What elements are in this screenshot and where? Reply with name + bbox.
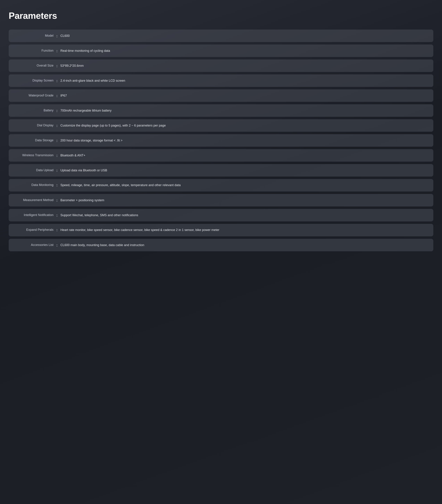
page-title: Parameters bbox=[9, 10, 433, 21]
parameters-table: Model:CL600Function:Real-time monitoring… bbox=[9, 30, 433, 251]
param-row-waterproof-grade: Waterproof Grade:IP67 bbox=[9, 89, 433, 102]
param-value-battery: 700mAh rechargeable lithium battery bbox=[60, 108, 428, 113]
param-value-function: Real-time monitoring of cycling data bbox=[60, 49, 428, 53]
param-row-accessories-list: Accessories List:CL600 main body, mounti… bbox=[9, 239, 433, 251]
param-label-data-monitoring: Data Monitoring bbox=[14, 183, 53, 187]
param-label-dial-display: Dial Display bbox=[14, 123, 53, 127]
param-separator-measurement-method: : bbox=[53, 198, 60, 202]
param-separator-data-upload: : bbox=[53, 168, 60, 173]
param-label-measurement-method: Measurement Method bbox=[14, 198, 53, 202]
param-value-model: CL600 bbox=[60, 34, 428, 38]
param-label-waterproof-grade: Waterproof Grade bbox=[14, 93, 53, 98]
param-row-display-screen: Display Screen:2.4-inch anti-glare black… bbox=[9, 74, 433, 87]
param-row-data-upload: Data Upload:Upload data via Bluetooth or… bbox=[9, 164, 433, 177]
param-label-model: Model bbox=[14, 34, 53, 38]
param-row-wireless-transmission: Wireless Transmission:Bluetooth & ANT+ bbox=[9, 149, 433, 162]
param-value-accessories-list: CL600 main body, mounting base, data cab… bbox=[60, 243, 428, 248]
param-row-overall-size: Overall Size:53*89.2*20.6mm bbox=[9, 59, 433, 72]
param-value-intelligent-notification: Support Wechat, telephone, SMS and other… bbox=[60, 213, 428, 217]
param-separator-wireless-transmission: : bbox=[53, 153, 60, 158]
param-row-model: Model:CL600 bbox=[9, 30, 433, 42]
param-separator-waterproof-grade: : bbox=[53, 93, 60, 98]
param-row-measurement-method: Measurement Method:Barometer + positioni… bbox=[9, 194, 433, 206]
param-row-function: Function:Real-time monitoring of cycling… bbox=[9, 44, 433, 57]
param-value-overall-size: 53*89.2*20.6mm bbox=[60, 63, 428, 68]
param-value-waterproof-grade: IP67 bbox=[60, 93, 428, 98]
param-value-measurement-method: Barometer + positioning system bbox=[60, 198, 428, 203]
param-separator-dial-display: : bbox=[53, 123, 60, 128]
param-label-wireless-transmission: Wireless Transmission bbox=[14, 153, 53, 158]
param-value-expand-peripherals: Heart rate monitor, bike speed sensor, b… bbox=[60, 228, 428, 232]
param-label-function: Function bbox=[14, 49, 53, 53]
param-row-data-monitoring: Data Monitoring:Speed, mileage, time, ai… bbox=[9, 179, 433, 192]
param-row-intelligent-notification: Intelligent Notification:Support Wechat,… bbox=[9, 209, 433, 221]
param-value-dial-display: Customize the display page (up to 5 page… bbox=[60, 123, 428, 128]
param-separator-data-monitoring: : bbox=[53, 183, 60, 187]
param-separator-expand-peripherals: : bbox=[53, 228, 60, 232]
param-separator-overall-size: : bbox=[53, 64, 60, 68]
param-separator-function: : bbox=[53, 49, 60, 53]
param-label-data-storage: Data Storage bbox=[14, 138, 53, 143]
param-label-display-screen: Display Screen bbox=[14, 78, 53, 83]
param-separator-battery: : bbox=[53, 108, 60, 113]
param-row-expand-peripherals: Expand Peripherals:Heart rate monitor, b… bbox=[9, 224, 433, 236]
param-value-wireless-transmission: Bluetooth & ANT+ bbox=[60, 153, 428, 158]
param-label-expand-peripherals: Expand Peripherals bbox=[14, 228, 53, 232]
param-value-display-screen: 2.4-inch anti-glare black and white LCD … bbox=[60, 78, 428, 83]
param-separator-accessories-list: : bbox=[53, 243, 60, 247]
param-separator-intelligent-notification: : bbox=[53, 213, 60, 217]
param-label-overall-size: Overall Size bbox=[14, 63, 53, 68]
param-row-battery: Battery:700mAh rechargeable lithium batt… bbox=[9, 104, 433, 117]
param-label-accessories-list: Accessories List bbox=[14, 243, 53, 247]
param-label-intelligent-notification: Intelligent Notification bbox=[14, 213, 53, 217]
param-label-battery: Battery bbox=[14, 108, 53, 113]
param-separator-model: : bbox=[53, 34, 60, 38]
param-separator-data-storage: : bbox=[53, 138, 60, 143]
param-value-data-storage: 200 hour data storage, storage format < … bbox=[60, 138, 428, 143]
param-label-data-upload: Data Upload bbox=[14, 168, 53, 172]
param-value-data-upload: Upload data via Bluetooth or USB bbox=[60, 168, 428, 173]
param-row-dial-display: Dial Display:Customize the display page … bbox=[9, 119, 433, 132]
param-separator-display-screen: : bbox=[53, 79, 60, 83]
param-row-data-storage: Data Storage:200 hour data storage, stor… bbox=[9, 134, 433, 147]
param-value-data-monitoring: Speed, mileage, time, air pressure, alti… bbox=[60, 183, 428, 188]
